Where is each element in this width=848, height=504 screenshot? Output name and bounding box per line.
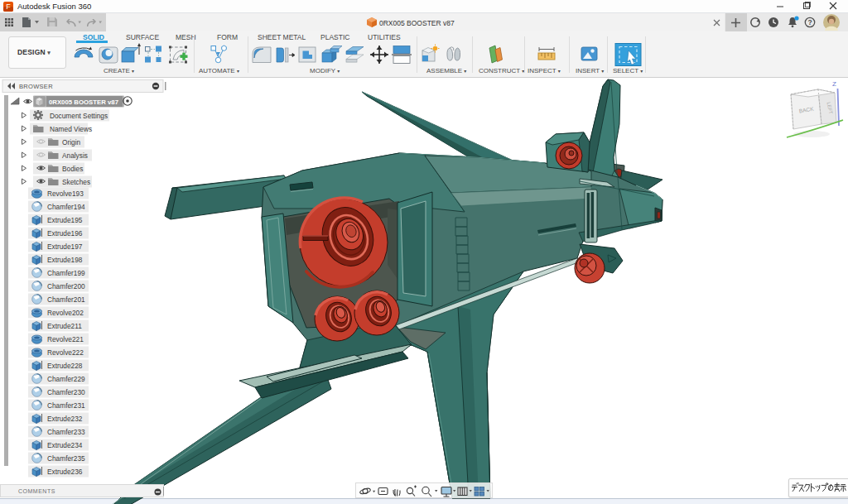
svg-text:Chamfer201: Chamfer201: [47, 295, 85, 304]
svg-text:Extrude211: Extrude211: [47, 322, 82, 330]
svg-text:Extrude228: Extrude228: [47, 362, 83, 370]
svg-text:Sketches: Sketches: [62, 178, 90, 186]
svg-text:?: ?: [807, 18, 812, 26]
svg-text:Named Views: Named Views: [50, 125, 92, 133]
svg-text:Chamfer231: Chamfer231: [47, 401, 85, 410]
svg-text:Chamfer229: Chamfer229: [47, 375, 85, 383]
svg-text:Origin: Origin: [62, 138, 81, 146]
svg-text:Chamfer200: Chamfer200: [47, 282, 85, 290]
svg-text:Extrude195: Extrude195: [47, 216, 83, 224]
svg-text:Extrude234: Extrude234: [47, 441, 83, 449]
svg-text:Extrude197: Extrude197: [47, 242, 83, 251]
svg-text:Chamfer230: Chamfer230: [47, 388, 85, 396]
svg-text:0RX005 BOOSTER v87: 0RX005 BOOSTER v87: [49, 98, 118, 106]
svg-text:Revolve221: Revolve221: [47, 335, 84, 343]
svg-text:Extrude198: Extrude198: [47, 256, 83, 264]
svg-text:Chamfer194: Chamfer194: [47, 203, 85, 211]
svg-text:F: F: [6, 2, 11, 11]
svg-text:Chamfer199: Chamfer199: [47, 269, 85, 277]
svg-text:Bodies: Bodies: [62, 165, 83, 173]
svg-text:Revolve193: Revolve193: [47, 190, 84, 198]
svg-text:Chamfer233: Chamfer233: [47, 428, 85, 436]
svg-text:BROWSER: BROWSER: [19, 83, 53, 90]
svg-text:Z: Z: [832, 80, 836, 88]
svg-text:Document Settings: Document Settings: [50, 112, 108, 120]
svg-text:Analysis: Analysis: [62, 151, 88, 160]
svg-text:Extrude196: Extrude196: [47, 229, 83, 238]
svg-text:Revolve222: Revolve222: [47, 348, 84, 357]
svg-text:Extrude236: Extrude236: [47, 468, 83, 476]
svg-text:Revolve202: Revolve202: [47, 309, 84, 317]
svg-text:Extrude232: Extrude232: [47, 415, 83, 423]
svg-text:Chamfer235: Chamfer235: [47, 454, 85, 463]
